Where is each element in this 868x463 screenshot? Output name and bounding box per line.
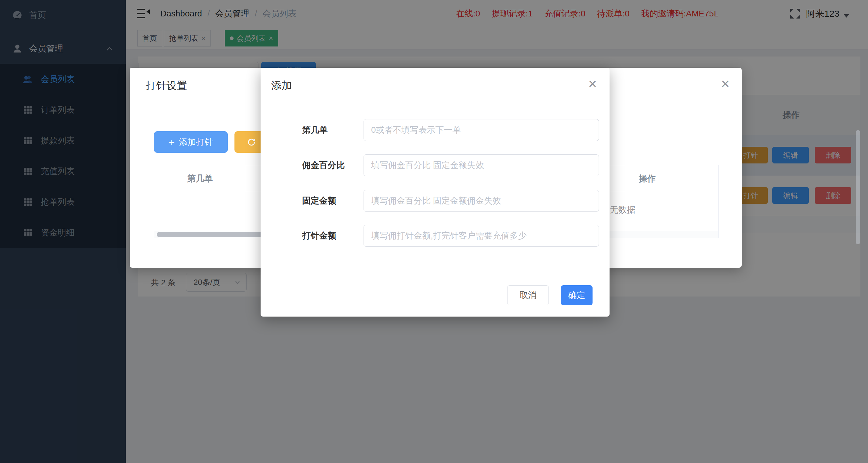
column-header-order: 第几单 [154, 165, 246, 192]
cancel-button[interactable]: 取消 [507, 285, 549, 305]
add-inject-button[interactable]: + 添加打针 [154, 131, 228, 153]
field-label-commission-percent: 佣金百分比 [302, 154, 372, 176]
field-label-order: 第几单 [302, 119, 372, 141]
app-root: 首页 会员管理 会员列表 订单列表 [0, 0, 868, 463]
close-icon[interactable]: × [718, 76, 733, 91]
order-number-input[interactable] [364, 119, 599, 141]
close-icon[interactable]: × [585, 76, 600, 91]
fixed-amount-input[interactable] [364, 190, 599, 212]
add-inject-label: 添加打针 [179, 136, 213, 148]
field-label-inject-amount: 打针金额 [302, 225, 372, 247]
commission-percent-input[interactable] [364, 154, 599, 176]
inject-amount-input[interactable] [364, 225, 599, 247]
field-label-fixed-amount: 固定金额 [302, 190, 372, 212]
add-dialog: 添加 × 第几单 佣金百分比 固定金额 打针金额 取消 确定 [260, 68, 610, 316]
refresh-icon [247, 137, 256, 147]
dialog-title: 添加 [271, 79, 292, 93]
confirm-button[interactable]: 确定 [561, 285, 592, 305]
empty-text: 无数据 [610, 204, 636, 216]
column-header-action: 操作 [617, 165, 678, 192]
plus-icon: + [169, 137, 175, 147]
vertical-scrollbar[interactable] [856, 130, 860, 244]
dialog-title: 打针设置 [146, 79, 187, 93]
